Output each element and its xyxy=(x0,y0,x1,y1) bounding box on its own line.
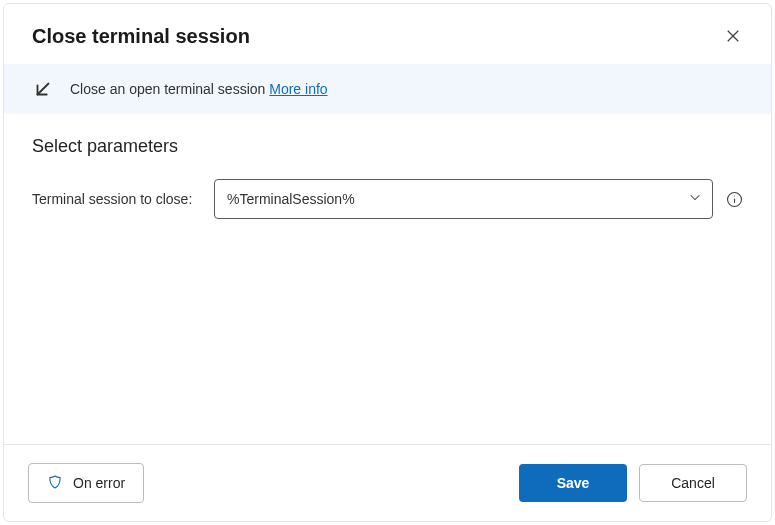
footer-actions: Save Cancel xyxy=(519,464,747,502)
info-button[interactable] xyxy=(725,190,743,208)
on-error-label: On error xyxy=(73,475,125,491)
dialog-title: Close terminal session xyxy=(32,25,250,48)
svg-point-5 xyxy=(733,195,734,196)
more-info-link[interactable]: More info xyxy=(269,81,327,97)
param-label: Terminal session to close: xyxy=(32,191,202,207)
save-button[interactable]: Save xyxy=(519,464,627,502)
chevron-down-icon xyxy=(688,190,702,208)
dialog-close-terminal-session: Close terminal session Close an open ter… xyxy=(3,3,772,522)
select-value: %TerminalSession% xyxy=(227,191,355,207)
shield-icon xyxy=(47,474,63,493)
info-description: Close an open terminal session xyxy=(70,81,265,97)
close-button[interactable] xyxy=(719,22,747,50)
info-icon xyxy=(726,191,743,208)
param-row: Terminal session to close: %TerminalSess… xyxy=(32,179,743,219)
arrow-down-left-icon xyxy=(32,78,54,100)
dialog-header: Close terminal session xyxy=(4,4,771,64)
terminal-session-select[interactable]: %TerminalSession% xyxy=(214,179,713,219)
cancel-button[interactable]: Cancel xyxy=(639,464,747,502)
dialog-body: Select parameters Terminal session to cl… xyxy=(4,114,771,444)
dialog-footer: On error Save Cancel xyxy=(4,444,771,521)
svg-line-2 xyxy=(38,84,49,95)
info-bar: Close an open terminal session More info xyxy=(4,64,771,114)
on-error-button[interactable]: On error xyxy=(28,463,144,503)
info-text: Close an open terminal session More info xyxy=(70,81,328,97)
section-title: Select parameters xyxy=(32,136,743,157)
close-icon xyxy=(726,29,740,43)
